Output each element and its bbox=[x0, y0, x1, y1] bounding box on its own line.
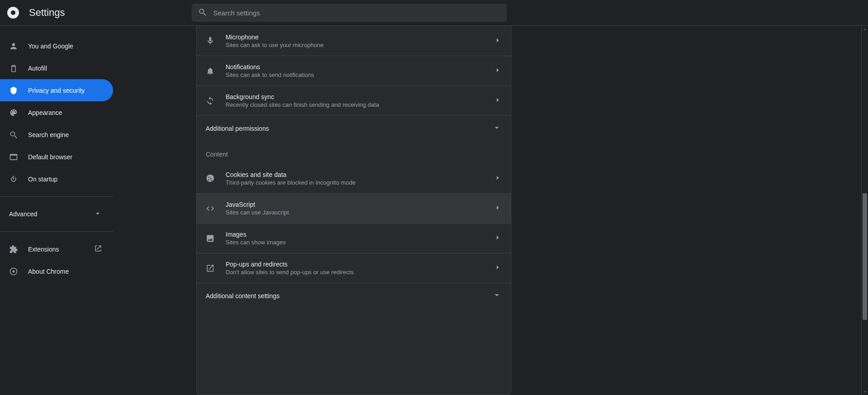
chevron-right-icon bbox=[494, 174, 502, 183]
clipboard-icon bbox=[9, 64, 18, 73]
sidebar-item-label: Extensions bbox=[28, 246, 59, 253]
sidebar-item-default-browser[interactable]: Default browser bbox=[0, 146, 113, 168]
sidebar-item-privacy-security[interactable]: Privacy and security bbox=[0, 79, 113, 101]
setting-row-cookies[interactable]: Cookies and site data Third-party cookie… bbox=[197, 163, 511, 193]
bell-icon bbox=[206, 67, 215, 76]
setting-title: Microphone bbox=[226, 33, 494, 41]
setting-subtitle: Recently closed sites can finish sending… bbox=[226, 101, 494, 108]
browser-icon bbox=[9, 152, 18, 162]
sidebar-item-label: Appearance bbox=[28, 109, 62, 116]
chevron-down-icon bbox=[492, 123, 502, 134]
main-content: Microphone Sites can ask to use your mic… bbox=[113, 26, 868, 395]
chevron-right-icon bbox=[494, 233, 502, 243]
setting-row-popups[interactable]: Pop-ups and redirects Don't allow sites … bbox=[197, 253, 511, 283]
power-icon bbox=[9, 175, 18, 184]
scroll-up-button[interactable] bbox=[862, 26, 868, 33]
chrome-icon bbox=[9, 267, 18, 276]
sidebar: You and Google Autofill Privacy and secu… bbox=[0, 26, 113, 395]
advanced-label: Advanced bbox=[9, 210, 37, 218]
setting-row-additional-permissions[interactable]: Additional permissions bbox=[197, 115, 511, 141]
sidebar-item-label: Privacy and security bbox=[28, 87, 85, 94]
sidebar-item-label: About Chrome bbox=[28, 268, 69, 275]
popup-icon bbox=[206, 264, 215, 273]
settings-panel: Microphone Sites can ask to use your mic… bbox=[196, 26, 511, 395]
cookie-icon bbox=[206, 174, 215, 183]
palette-icon bbox=[9, 108, 18, 117]
person-icon bbox=[9, 42, 18, 51]
setting-title: Additional permissions bbox=[206, 125, 492, 132]
sidebar-item-advanced[interactable]: Advanced bbox=[0, 203, 113, 225]
sidebar-item-appearance[interactable]: Appearance bbox=[0, 101, 113, 124]
setting-subtitle: Don't allow sites to send pop-ups or use… bbox=[226, 269, 494, 276]
setting-title: Pop-ups and redirects bbox=[226, 261, 494, 268]
setting-title: Cookies and site data bbox=[226, 171, 494, 178]
content-section-header: Content bbox=[197, 141, 511, 163]
search-input[interactable] bbox=[213, 9, 500, 17]
setting-title: Background sync bbox=[226, 93, 494, 100]
setting-subtitle: Sites can show images bbox=[226, 239, 494, 246]
sidebar-item-label: Default browser bbox=[28, 153, 72, 161]
image-icon bbox=[206, 234, 215, 243]
setting-title: Images bbox=[226, 231, 494, 238]
setting-row-notifications[interactable]: Notifications Sites can ask to send noti… bbox=[197, 56, 511, 86]
scrollbar-thumb[interactable] bbox=[863, 193, 867, 320]
chevron-down-icon bbox=[93, 209, 102, 219]
chrome-logo-icon bbox=[7, 7, 19, 19]
sidebar-item-about-chrome[interactable]: About Chrome bbox=[0, 260, 113, 282]
scrollbar[interactable] bbox=[861, 26, 868, 395]
setting-row-additional-content[interactable]: Additional content settings bbox=[197, 283, 511, 308]
search-field[interactable] bbox=[192, 4, 507, 22]
setting-subtitle: Sites can use Javascript bbox=[226, 209, 494, 216]
sidebar-item-extensions[interactable]: Extensions bbox=[0, 238, 113, 260]
scroll-down-button[interactable] bbox=[862, 388, 868, 395]
setting-row-javascript[interactable]: JavaScript Sites can use Javascript bbox=[197, 193, 511, 223]
sync-icon bbox=[206, 96, 215, 105]
setting-row-images[interactable]: Images Sites can show images bbox=[197, 223, 511, 253]
chevron-right-icon bbox=[494, 263, 502, 273]
chevron-right-icon bbox=[494, 66, 502, 76]
search-icon bbox=[198, 8, 213, 18]
sidebar-item-you-and-google[interactable]: You and Google bbox=[0, 35, 113, 57]
sidebar-item-label: On startup bbox=[28, 176, 57, 183]
setting-title: JavaScript bbox=[226, 201, 494, 208]
sidebar-item-on-startup[interactable]: On startup bbox=[0, 168, 113, 190]
sidebar-item-label: Search engine bbox=[28, 131, 69, 138]
sidebar-item-search-engine[interactable]: Search engine bbox=[0, 124, 113, 146]
setting-title: Notifications bbox=[226, 63, 494, 71]
topbar: Settings bbox=[0, 0, 868, 26]
setting-title: Additional content settings bbox=[206, 292, 492, 300]
chevron-right-icon bbox=[494, 96, 502, 105]
chevron-right-icon bbox=[494, 36, 502, 46]
microphone-icon bbox=[206, 36, 215, 45]
search-engine-icon bbox=[9, 130, 18, 139]
extensions-icon bbox=[9, 245, 18, 254]
app-title: Settings bbox=[29, 7, 65, 19]
sidebar-item-label: You and Google bbox=[28, 43, 73, 50]
code-icon bbox=[206, 204, 215, 213]
setting-subtitle: Sites can ask to use your microphone bbox=[226, 42, 494, 48]
open-external-icon bbox=[94, 244, 102, 254]
setting-subtitle: Third-party cookies are blocked in Incog… bbox=[226, 179, 494, 186]
setting-row-microphone[interactable]: Microphone Sites can ask to use your mic… bbox=[197, 26, 511, 56]
setting-row-background-sync[interactable]: Background sync Recently closed sites ca… bbox=[197, 86, 511, 115]
chevron-right-icon bbox=[494, 204, 502, 213]
setting-subtitle: Sites can ask to send notifications bbox=[226, 71, 494, 78]
chevron-down-icon bbox=[492, 290, 502, 301]
shield-icon bbox=[9, 86, 18, 95]
sidebar-item-autofill[interactable]: Autofill bbox=[0, 57, 113, 79]
sidebar-item-label: Autofill bbox=[28, 65, 47, 72]
svg-point-1 bbox=[13, 270, 15, 272]
